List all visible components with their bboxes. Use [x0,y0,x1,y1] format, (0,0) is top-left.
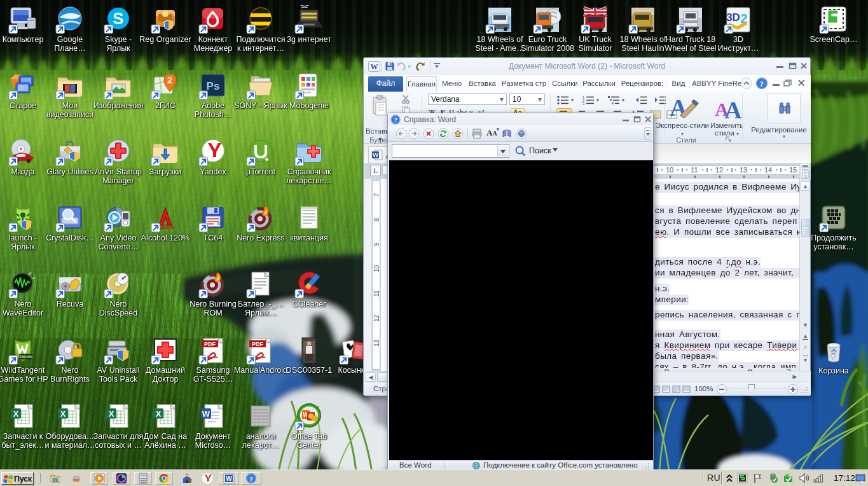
svg-text:?: ? [760,79,764,88]
svg-text:X: X [156,409,162,419]
svg-text:?: ? [249,475,253,483]
svg-text:PDF: PDF [252,341,264,347]
svg-text:W: W [373,152,378,158]
svg-text:2: 2 [167,75,172,85]
svg-text:PDF: PDF [204,341,216,347]
svg-text:Ps: Ps [207,80,220,92]
svg-text:W: W [202,409,210,419]
svg-text:X: X [13,409,19,419]
svg-text:S: S [113,9,123,28]
svg-text:X: X [60,409,66,419]
svg-text:Games: Games [18,354,33,359]
svg-text:3: 3 [582,102,585,106]
svg-text:W: W [226,475,232,482]
svg-text:3D: 3D [726,11,740,24]
svg-text:?: ? [394,116,397,123]
svg-text:A: A [724,97,742,122]
svg-text:64: 64 [217,221,222,226]
svg-text:X: X [109,409,114,419]
